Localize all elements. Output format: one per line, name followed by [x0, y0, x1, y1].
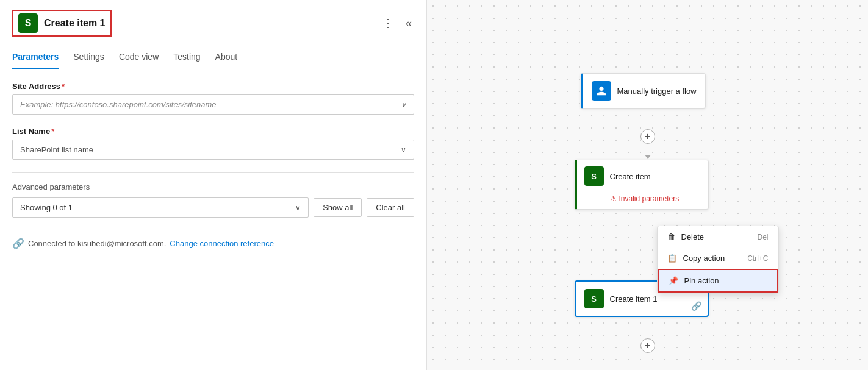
- trigger-node-icon: [592, 81, 611, 101]
- panel-title-area: S Create item 1: [12, 10, 112, 37]
- panel-header: S Create item 1 ⋮ «: [0, 0, 426, 44]
- create-item-1-label: Create item 1: [610, 294, 658, 304]
- connector-line-bottom: [648, 324, 648, 339]
- pin-label: Pin action: [684, 276, 719, 285]
- warning-icon: ⚠: [610, 194, 617, 203]
- tab-testing[interactable]: Testing: [173, 44, 200, 69]
- context-menu: 🗑 Delete Del 📋 Copy action Ctrl+C 📌 Pin …: [657, 226, 779, 293]
- canvas-area: Manually trigger a flow + S Create item …: [427, 0, 868, 370]
- list-name-select[interactable]: SharePoint list name ∨: [12, 140, 414, 160]
- pin-icon: 📌: [669, 276, 678, 285]
- delete-shortcut: Del: [757, 233, 768, 241]
- trigger-node[interactable]: Manually trigger a flow: [581, 73, 706, 109]
- site-address-required: *: [62, 82, 65, 91]
- site-address-group: Site Address * Example: https://contoso.…: [12, 82, 414, 115]
- add-step-bottom[interactable]: +: [640, 338, 655, 353]
- chain-icon: 🔗: [691, 301, 701, 311]
- delete-icon: 🗑: [667, 232, 675, 241]
- create-item-1-icon: S: [584, 289, 604, 308]
- delete-label: Delete: [681, 232, 705, 241]
- advanced-chevron: ∨: [295, 204, 301, 212]
- left-panel: S Create item 1 ⋮ « Parameters Settings …: [0, 0, 427, 370]
- invalid-params-text: Invalid parameters: [619, 194, 680, 203]
- menu-item-copy[interactable]: 📋 Copy action Ctrl+C: [658, 247, 778, 269]
- create-item-label: Create item: [610, 172, 651, 181]
- list-name-chevron: ∨: [401, 146, 406, 154]
- menu-item-pin[interactable]: 📌 Pin action: [658, 269, 778, 293]
- site-address-chevron: ∨: [401, 101, 406, 109]
- copy-icon: 📋: [667, 254, 677, 263]
- tab-parameters[interactable]: Parameters: [12, 44, 59, 69]
- change-connection-link[interactable]: Change connection reference: [170, 239, 274, 248]
- site-address-placeholder: Example: https://contoso.sharepoint.com/…: [20, 100, 217, 109]
- copy-label: Copy action: [683, 254, 725, 263]
- advanced-select[interactable]: Showing 0 of 1 ∨: [12, 197, 309, 218]
- link-icon: 🔗: [12, 238, 24, 249]
- advanced-row: Showing 0 of 1 ∨ Show all Clear all: [12, 197, 414, 218]
- tab-settings[interactable]: Settings: [73, 44, 104, 69]
- panel-title: Create item 1: [44, 18, 106, 29]
- connection-row: 🔗 Connected to kisubedi@microsoft.com. C…: [12, 230, 414, 249]
- advanced-label: Advanced parameters: [12, 182, 414, 191]
- right-panel: Manually trigger a flow + S Create item …: [427, 0, 868, 370]
- connection-text: Connected to kisubedi@microsoft.com.: [28, 239, 166, 248]
- tab-about[interactable]: About: [215, 44, 238, 69]
- sharepoint-icon: S: [18, 13, 38, 33]
- show-all-button[interactable]: Show all: [314, 198, 362, 217]
- copy-shortcut: Ctrl+C: [747, 254, 768, 263]
- divider-1: [12, 172, 414, 173]
- tabs-bar: Parameters Settings Code view Testing Ab…: [0, 44, 426, 69]
- list-name-group: List Name * SharePoint list name ∨: [12, 127, 414, 160]
- list-name-placeholder: SharePoint list name: [20, 145, 93, 154]
- advanced-select-text: Showing 0 of 1: [20, 203, 73, 212]
- create-item-header: S Create item: [584, 166, 651, 186]
- tab-codeview[interactable]: Code view: [119, 44, 159, 69]
- trigger-node-label: Manually trigger a flow: [617, 87, 697, 96]
- site-address-select[interactable]: Example: https://contoso.sharepoint.com/…: [12, 94, 414, 115]
- invalid-params-warning: ⚠ Invalid parameters: [610, 194, 680, 203]
- advanced-parameters-group: Advanced parameters Showing 0 of 1 ∨ Sho…: [12, 182, 414, 218]
- site-address-label: Site Address *: [12, 82, 414, 91]
- arrow-down: [645, 155, 651, 159]
- more-options-button[interactable]: ⋮: [380, 14, 396, 32]
- clear-all-button[interactable]: Clear all: [367, 198, 414, 217]
- list-name-required: *: [51, 127, 54, 136]
- panel-content: Site Address * Example: https://contoso.…: [0, 69, 426, 370]
- create-item-icon: S: [584, 166, 604, 186]
- panel-header-actions: ⋮ «: [380, 14, 414, 32]
- menu-item-delete[interactable]: 🗑 Delete Del: [658, 226, 778, 247]
- create-item-node[interactable]: S Create item ⚠ Invalid parameters: [575, 160, 709, 210]
- collapse-button[interactable]: «: [403, 15, 414, 32]
- list-name-label: List Name *: [12, 127, 414, 136]
- add-step-between[interactable]: +: [640, 129, 655, 144]
